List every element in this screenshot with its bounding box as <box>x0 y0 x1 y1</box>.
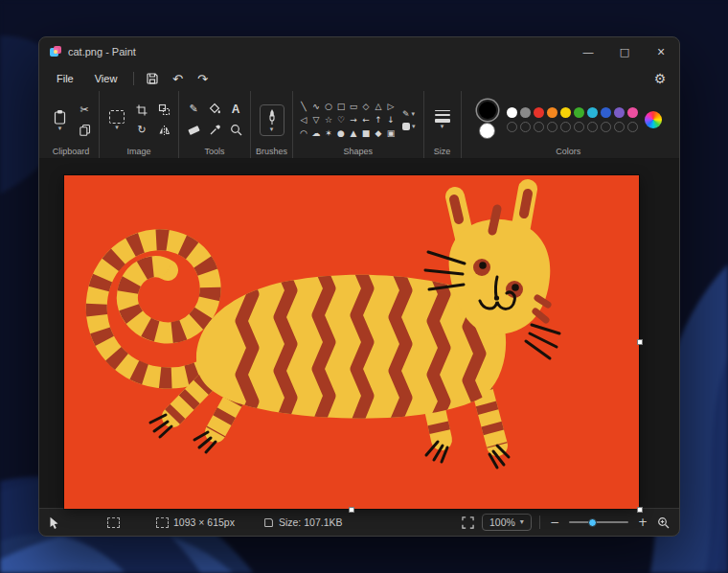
zoom-slider-thumb[interactable] <box>588 518 597 527</box>
brushes-button[interactable]: ▾ <box>260 104 284 136</box>
desktop: cat.png - Paint — □ × File View ↶ ↷ ⚙ <box>0 0 728 573</box>
color-swatch[interactable] <box>574 107 584 118</box>
shape-fill-dropdown[interactable]: ▾ <box>399 122 419 131</box>
menu-view[interactable]: View <box>85 70 127 87</box>
custom-color-slot[interactable] <box>627 122 638 132</box>
shape-button[interactable]: ✶ <box>323 127 334 140</box>
shape-button[interactable]: ↓ <box>385 114 397 126</box>
gear-icon: ⚙ <box>654 71 667 86</box>
canvas[interactable] <box>64 175 639 509</box>
ribbon-group-shapes: ╲∿○□▭◇△▷◁▽☆♡→←↑↓◠☁✶●▲■◆▣ ✎ ▾ ▾ Shapes <box>292 91 423 158</box>
magnifier-plus-icon <box>657 516 670 529</box>
rotate-button[interactable]: ↻ <box>132 121 151 139</box>
shape-button[interactable]: ● <box>335 127 347 140</box>
flip-button[interactable] <box>154 121 173 139</box>
color-swatch[interactable] <box>520 107 531 118</box>
color-swatch[interactable] <box>560 107 571 118</box>
shape-button[interactable]: □ <box>335 101 347 113</box>
titlebar[interactable]: cat.png - Paint — □ × <box>39 37 679 66</box>
shape-button[interactable]: ∿ <box>310 101 322 113</box>
color-swatch[interactable] <box>547 107 557 118</box>
eraser-tool-button[interactable] <box>184 121 203 139</box>
magnifier-button[interactable] <box>657 516 670 529</box>
shape-button[interactable]: ▲ <box>348 127 359 140</box>
canvas-resize-handle-right[interactable] <box>637 339 643 345</box>
canvas-area <box>39 159 679 508</box>
custom-color-slot[interactable] <box>507 122 517 132</box>
settings-button[interactable]: ⚙ <box>648 69 671 88</box>
selection-icon <box>107 517 120 528</box>
edit-colors-button[interactable] <box>645 111 662 128</box>
close-button[interactable]: × <box>643 37 679 66</box>
chevron-down-icon: ▾ <box>441 124 444 129</box>
pencil-tool-button[interactable]: ✎ <box>184 100 203 118</box>
shape-button[interactable]: ♡ <box>335 114 347 126</box>
color-swatch[interactable] <box>601 107 611 118</box>
color-1-selector[interactable] <box>479 102 496 119</box>
shape-button[interactable]: ← <box>360 114 372 126</box>
color-swatch[interactable] <box>507 107 517 118</box>
custom-color-slot[interactable] <box>547 122 557 132</box>
color-picker-tool-button[interactable] <box>205 121 224 139</box>
crop-button[interactable] <box>132 101 151 119</box>
magnifier-tool-button[interactable] <box>226 121 245 139</box>
shape-button[interactable]: ○ <box>323 101 334 113</box>
group-label-clipboard: Clipboard <box>53 146 90 157</box>
zoom-in-button[interactable]: + <box>636 516 649 529</box>
fill-tool-button[interactable] <box>205 100 224 118</box>
custom-color-slot[interactable] <box>534 122 544 132</box>
custom-color-slot[interactable] <box>560 122 571 132</box>
custom-color-slot[interactable] <box>587 122 598 132</box>
resize-button[interactable] <box>154 101 173 119</box>
custom-color-slot[interactable] <box>574 122 584 132</box>
custom-color-slot[interactable] <box>614 122 625 132</box>
shape-button[interactable]: ■ <box>360 127 372 140</box>
color-2-selector[interactable] <box>479 123 495 139</box>
canvas-resize-handle-corner[interactable] <box>637 507 643 513</box>
file-size-icon <box>263 517 274 528</box>
minimize-button[interactable]: — <box>570 37 606 66</box>
color-swatch[interactable] <box>614 107 625 118</box>
color-swatch[interactable] <box>627 107 638 118</box>
text-tool-button[interactable]: A <box>226 100 245 118</box>
shape-button[interactable]: ▽ <box>310 114 322 126</box>
shape-button[interactable]: ▷ <box>385 101 397 113</box>
color-swatch[interactable] <box>587 107 598 118</box>
cut-button[interactable]: ✂ <box>75 101 94 119</box>
magnifier-icon <box>230 124 242 136</box>
shape-button[interactable]: ╲ <box>298 101 309 113</box>
shape-outline-dropdown[interactable]: ✎ ▾ <box>399 108 419 120</box>
undo-button[interactable]: ↶ <box>166 69 189 88</box>
shape-button[interactable]: ◆ <box>373 127 384 140</box>
zoom-slider[interactable] <box>569 521 628 523</box>
shape-button[interactable]: ☁ <box>310 127 322 140</box>
shape-button[interactable]: △ <box>373 101 384 113</box>
select-button[interactable]: ▾ <box>104 107 129 133</box>
shape-button[interactable]: ☆ <box>323 114 334 126</box>
paste-button[interactable]: ▾ <box>48 106 72 134</box>
shape-button[interactable]: ▣ <box>385 127 397 140</box>
canvas-resize-handle-bottom[interactable] <box>349 507 354 513</box>
copy-icon <box>79 124 91 136</box>
custom-color-slot[interactable] <box>520 122 531 132</box>
shape-button[interactable]: ◠ <box>298 127 309 140</box>
undo-icon: ↶ <box>172 72 183 86</box>
zoom-level-dropdown[interactable]: 100% ▾ <box>482 514 532 531</box>
shape-button[interactable]: ▭ <box>348 101 359 113</box>
shape-button[interactable]: ◇ <box>360 101 372 113</box>
shape-button[interactable]: → <box>348 114 359 126</box>
color-swatch[interactable] <box>534 107 544 118</box>
menu-file[interactable]: File <box>47 70 83 87</box>
fit-to-window-button[interactable] <box>462 516 474 529</box>
redo-button[interactable]: ↷ <box>191 69 214 88</box>
paint-app-icon <box>49 45 62 58</box>
save-button[interactable] <box>141 69 164 88</box>
zoom-out-button[interactable]: − <box>548 516 561 529</box>
size-button[interactable]: ▾ <box>429 107 456 133</box>
maximize-button[interactable]: □ <box>606 37 643 66</box>
menubar-divider <box>133 72 134 85</box>
custom-color-slot[interactable] <box>601 122 611 132</box>
copy-button[interactable] <box>75 121 94 139</box>
shape-button[interactable]: ↑ <box>373 114 384 126</box>
shape-button[interactable]: ◁ <box>298 114 309 126</box>
